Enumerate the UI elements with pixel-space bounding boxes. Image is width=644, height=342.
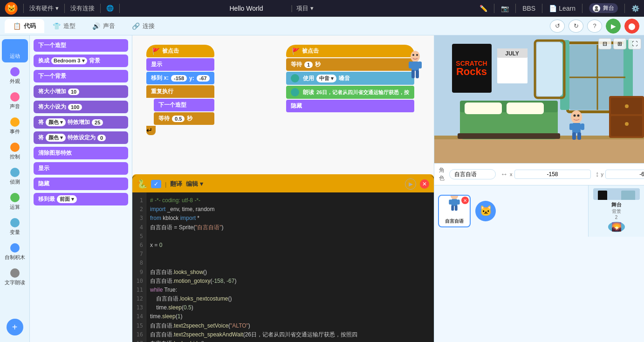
code-play-btn[interactable]: ▶ bbox=[405, 178, 416, 190]
sound-tab-icon: 🔊 bbox=[92, 22, 100, 30]
globe-icon[interactable]: 🌐 bbox=[106, 5, 114, 12]
code-check-btn[interactable]: ✓ bbox=[151, 180, 161, 188]
sidebar-item-control[interactable]: 控制 bbox=[2, 140, 28, 163]
block-next-backdrop[interactable]: 下一个背景 bbox=[34, 70, 128, 82]
svg-rect-8 bbox=[411, 70, 415, 78]
block-next-costume[interactable]: 下一个造型 bbox=[34, 39, 128, 52]
svg-rect-41 bbox=[507, 103, 544, 114]
block-go-to-layer[interactable]: 移到最 前面 ▾ bbox=[34, 193, 128, 205]
hat-block-left[interactable]: 🚩 被点击 bbox=[146, 45, 214, 57]
stage-fullscreen-btn[interactable]: ⛶ bbox=[628, 38, 641, 49]
tab-costume[interactable]: 👕 造型 bbox=[44, 19, 84, 33]
learn-btn[interactable]: 📄 Learn bbox=[549, 5, 575, 12]
block-switch-backdrop[interactable]: 换成 Bedroom 3 ▾ 背景 bbox=[34, 55, 128, 67]
block-voice-right[interactable]: 使用 中音 ▾ 嗓音 bbox=[286, 72, 414, 85]
stop-btn[interactable]: ⬤ bbox=[624, 19, 639, 34]
flag-icon-left: 🚩 bbox=[152, 48, 160, 55]
appearance-dot bbox=[10, 67, 20, 76]
custom-dot bbox=[10, 243, 20, 253]
block-show-left[interactable]: 显示 bbox=[146, 58, 214, 71]
stage-area: SCRATCH Rocks JULY bbox=[434, 35, 644, 164]
settings-icon-btn[interactable]: ⚙️ bbox=[631, 5, 639, 12]
svg-rect-40 bbox=[465, 103, 502, 114]
block-effect-increase[interactable]: 将 颜色 ▾ 特效增加 25 bbox=[34, 116, 128, 129]
sidebar-item-operators[interactable]: 运算 bbox=[2, 190, 28, 213]
block-wait-left[interactable]: 等待 0.5 秒 bbox=[154, 112, 214, 125]
svg-rect-48 bbox=[577, 132, 581, 140]
svg-rect-9 bbox=[416, 70, 419, 78]
sidebar-item-motion[interactable]: 运动 bbox=[2, 39, 28, 62]
play-btn[interactable]: ▶ bbox=[606, 19, 621, 34]
tab-code[interactable]: 📋 代码 bbox=[5, 19, 44, 33]
block-speak-right[interactable]: 朗读 26日，记者从四川省交通运输厅获悉，按照四川省委省 bbox=[286, 86, 414, 99]
project-title-input[interactable] bbox=[206, 5, 287, 12]
sprite-card-label: 自言自语 bbox=[445, 218, 464, 225]
block-size-set[interactable]: 将大小设为 100 bbox=[34, 101, 128, 113]
divider-9 bbox=[624, 4, 625, 13]
block-size-increase[interactable]: 将大小增加 10 bbox=[34, 85, 128, 98]
code-editor-panel: 🐍 ✓ | 翻译 编辑 ▾ ▶ ✕ 1234567891011121314151… bbox=[132, 174, 434, 342]
tab-sound[interactable]: 🔊 声音 bbox=[84, 19, 123, 33]
camera-icon-btn[interactable]: 📷 bbox=[501, 5, 509, 12]
add-backdrop-btn[interactable]: 🌄 bbox=[608, 222, 625, 232]
sprite-delete-btn[interactable]: ✕ bbox=[461, 197, 469, 204]
redo-btn[interactable]: ↻ bbox=[569, 20, 583, 33]
block-effect-set[interactable]: 将 颜色 ▾ 特效设定为 0 bbox=[34, 131, 128, 144]
y-coord-input[interactable] bbox=[605, 170, 644, 179]
block-hide-right[interactable]: 隐藏 bbox=[286, 100, 414, 112]
sprite-name-input[interactable] bbox=[449, 169, 496, 179]
project-menu[interactable]: 项目 ▾ bbox=[296, 4, 314, 13]
block-nextcostume-left[interactable]: 下一个造型 bbox=[154, 99, 214, 111]
code-line-17: 自言自语.looks_hide() bbox=[150, 339, 430, 342]
block-hide[interactable]: 隐藏 bbox=[34, 178, 128, 190]
script-group-left: 🚩 被点击 显示 移到 x: -158 y: -67 重复执行 下一个造型 等待… bbox=[146, 45, 214, 135]
sidebar-item-sensing[interactable]: 侦测 bbox=[2, 165, 28, 188]
hat-block-right[interactable]: 🚩 被点击 bbox=[286, 45, 414, 57]
coord-arrow-icon: ↔ bbox=[500, 170, 508, 178]
code-content[interactable]: # -*- coding: utf-8 -*- import _env, tim… bbox=[146, 192, 434, 342]
block-goto-left[interactable]: 移到 x: -158 y: -67 bbox=[146, 72, 214, 84]
right-panel: SCRATCH Rocks JULY bbox=[434, 35, 644, 342]
help-btn[interactable]: ? bbox=[587, 20, 602, 33]
x-coord: ↔ x bbox=[500, 170, 591, 179]
sidebar-item-custom[interactable]: 自制积木 bbox=[2, 240, 28, 264]
svg-point-58 bbox=[455, 195, 457, 195]
divider-1 bbox=[23, 4, 24, 13]
x-coord-input[interactable] bbox=[514, 170, 591, 179]
block-repeat-left[interactable]: 重复执行 bbox=[146, 85, 214, 98]
code-editor-header: 🐍 ✓ | 翻译 编辑 ▾ ▶ ✕ bbox=[132, 176, 434, 192]
connection-btn[interactable]: 没有连接 bbox=[70, 4, 95, 13]
scripts-area[interactable]: 🚩 被点击 显示 移到 x: -158 y: -67 重复执行 下一个造型 等待… bbox=[132, 35, 434, 342]
sidebar-item-variables[interactable]: 变量 bbox=[2, 215, 28, 239]
sidebar-item-tts[interactable]: 文字朗读 bbox=[2, 266, 28, 289]
add-extension-btn[interactable]: + bbox=[7, 319, 23, 335]
edit-icon-btn[interactable]: ✏️ bbox=[480, 5, 487, 12]
undo-btn[interactable]: ↺ bbox=[550, 20, 565, 33]
block-clear-effects[interactable]: 清除图形特效 bbox=[34, 147, 128, 159]
user-menu[interactable]: 舞台 bbox=[589, 3, 618, 13]
bbs-btn[interactable]: BBS bbox=[522, 5, 535, 12]
code-close-btn[interactable]: ✕ bbox=[420, 179, 429, 189]
svg-rect-47 bbox=[572, 132, 576, 140]
sidebar-item-events[interactable]: 事件 bbox=[2, 115, 28, 138]
stage-thumb[interactable] bbox=[593, 188, 640, 200]
block-show[interactable]: 显示 bbox=[34, 162, 128, 175]
divider-6 bbox=[515, 4, 516, 13]
stage-minimize-btn[interactable]: ⊟ bbox=[598, 38, 611, 49]
svg-point-2 bbox=[595, 6, 598, 9]
divider-7 bbox=[542, 4, 542, 13]
tab-connect[interactable]: 🔗 连接 bbox=[123, 19, 163, 33]
block-wait-right[interactable]: 等待 1 秒 bbox=[286, 58, 414, 71]
stage-bg-count-label: 背景 bbox=[612, 208, 621, 215]
variables-label: 变量 bbox=[10, 229, 20, 236]
svg-point-37 bbox=[625, 122, 629, 126]
hardware-selector[interactable]: 没有硬件 ▾ bbox=[29, 4, 59, 13]
code-body: 123456789101112131415161718 # -*- coding… bbox=[132, 192, 434, 342]
sprite-card-ziyanziye[interactable]: ✕ bbox=[438, 195, 471, 227]
svg-rect-52 bbox=[451, 199, 457, 206]
sidebar-item-sound[interactable]: 声音 bbox=[2, 89, 28, 113]
edit-menu-btn[interactable]: 编辑 ▾ bbox=[186, 180, 203, 188]
stage-expand-btn[interactable]: ⊞ bbox=[613, 38, 626, 49]
add-sprite-btn[interactable]: 🐱 bbox=[475, 201, 496, 221]
sidebar-item-appearance[interactable]: 外观 bbox=[2, 64, 28, 88]
